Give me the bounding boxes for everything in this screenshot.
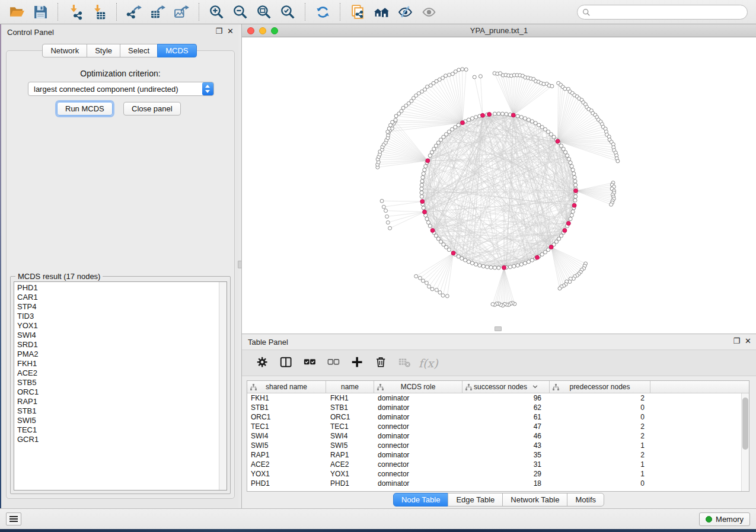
network-window-title: YPA_prune.txt_1	[242, 26, 756, 35]
save-button[interactable]	[30, 2, 51, 22]
deselect-all-button[interactable]	[324, 353, 344, 373]
export-table-button[interactable]	[147, 2, 168, 22]
mcds-result-item[interactable]: STB1	[14, 406, 219, 416]
mcds-result-item[interactable]: SWI5	[14, 416, 219, 425]
tab-style[interactable]: Style	[87, 44, 120, 57]
optimization-criterion-label: Optimization criterion:	[7, 69, 234, 78]
table-scrollbar[interactable]	[741, 393, 749, 491]
horizontal-splitter-grip[interactable]	[495, 326, 502, 331]
mcds-result-item[interactable]: STP4	[14, 302, 219, 312]
function-builder-button[interactable]: f(x)	[419, 357, 438, 370]
mcds-result-item[interactable]: PMA2	[14, 350, 219, 359]
mcds-result-item[interactable]: RAP1	[14, 397, 219, 406]
new-network-from-selection-button[interactable]	[347, 2, 368, 22]
mcds-result-item[interactable]: PHD1	[14, 283, 219, 293]
refresh-button[interactable]	[312, 2, 333, 22]
zoom-out-button[interactable]	[229, 2, 251, 22]
column-header-successor-nodes[interactable]: successor nodes	[462, 381, 550, 393]
tab-edge-table[interactable]: Edge Table	[448, 493, 503, 507]
cell: 2	[550, 422, 650, 431]
table-row-PHD1[interactable]: PHD1PHD1dominator180	[247, 479, 749, 488]
cell: 29	[462, 469, 550, 479]
tab-network-table[interactable]: Network Table	[502, 493, 567, 507]
optimization-criterion-select[interactable]: largest connected component (undirected)	[28, 82, 214, 96]
mcds-result-item[interactable]: YOX1	[14, 321, 219, 331]
task-history-button[interactable]	[6, 512, 21, 525]
mcds-result-item[interactable]: ACE2	[14, 368, 219, 378]
export-network-button[interactable]	[123, 2, 145, 22]
mcds-result-list[interactable]: PHD1CAR1STP4TID3YOX1SWI4SRD1PMA2FKH1ACE2…	[14, 281, 227, 491]
import-network-button[interactable]	[65, 2, 86, 22]
mcds-result-item[interactable]: SWI4	[14, 331, 219, 340]
mcds-result-item[interactable]: GCR1	[14, 435, 219, 444]
delete-column-icon	[375, 356, 388, 370]
network-canvas[interactable]	[242, 37, 756, 334]
column-header-shared-name[interactable]: shared name	[247, 381, 326, 393]
table-row-SWI5[interactable]: SWI5SWI5connector431	[247, 441, 749, 450]
export-image-button[interactable]	[171, 2, 192, 22]
search-box[interactable]	[577, 5, 748, 20]
table-row-STB1[interactable]: STB1STB1dominator620	[247, 403, 749, 412]
columns-button[interactable]	[276, 353, 296, 373]
table-row-SWI4[interactable]: SWI4SWI4dominator462	[247, 431, 749, 441]
mcds-result-item[interactable]: SRD1	[14, 340, 219, 350]
table-row-RAP1[interactable]: RAP1RAP1dominator352	[247, 450, 749, 460]
close-table-panel-icon[interactable]: ✕	[745, 336, 751, 346]
search-icon	[582, 8, 591, 17]
column-header-MCDS-role[interactable]: MCDS role	[374, 381, 462, 393]
mcds-result-item[interactable]: TEC1	[14, 425, 219, 435]
zoom-fit-button[interactable]	[253, 2, 275, 22]
columns-icon	[280, 356, 294, 370]
table-scrollbar-thumb[interactable]	[742, 398, 748, 450]
column-header-name[interactable]: name	[326, 381, 374, 393]
mcds-list-scrollbar[interactable]	[219, 282, 227, 490]
network-window-titlebar[interactable]: YPA_prune.txt_1	[242, 24, 756, 37]
hide-selected-button[interactable]	[394, 2, 416, 22]
zoom-selected-button[interactable]	[277, 2, 298, 22]
tab-network[interactable]: Network	[42, 44, 87, 57]
tab-node-table[interactable]: Node Table	[393, 493, 449, 507]
settings-icon	[256, 356, 270, 370]
first-neighbors-button[interactable]	[371, 2, 392, 22]
zoom-selected-icon	[280, 4, 296, 20]
search-input[interactable]	[591, 7, 747, 18]
export-image-icon	[174, 4, 190, 20]
delete-table-button[interactable]	[395, 353, 415, 373]
table-row-ACE2[interactable]: ACE2ACE2connector311	[247, 460, 749, 469]
settings-button[interactable]	[253, 353, 273, 373]
import-network-icon	[68, 4, 84, 20]
column-header-predecessor-nodes[interactable]: predecessor nodes	[550, 381, 650, 393]
tab-mcds[interactable]: MCDS	[157, 44, 196, 57]
float-panel-icon[interactable]: ❐	[215, 27, 222, 36]
select-all-button[interactable]	[300, 353, 320, 373]
mcds-result-item[interactable]: STB5	[14, 378, 219, 387]
mcds-result-item[interactable]: ORC1	[14, 387, 219, 397]
open-button[interactable]	[6, 2, 27, 22]
table-row-YOX1[interactable]: YOX1YOX1connector291	[247, 469, 749, 479]
mcds-result-item[interactable]: TID3	[14, 312, 219, 321]
mcds-result-item[interactable]: CAR1	[14, 293, 219, 302]
cell: dominator	[374, 412, 462, 422]
table-row-FKH1[interactable]: FKH1FKH1dominator962	[247, 393, 749, 403]
show-all-button[interactable]	[418, 2, 439, 22]
close-panel-button[interactable]: Close panel	[123, 102, 181, 116]
mcds-result-item[interactable]: FKH1	[14, 359, 219, 368]
zoom-in-button[interactable]	[206, 2, 227, 22]
tab-motifs[interactable]: Motifs	[567, 493, 604, 507]
table-panel-titlebar: Table Panel ❐ ✕	[242, 334, 756, 350]
delete-column-button[interactable]	[371, 353, 391, 373]
table-row-TEC1[interactable]: TEC1TEC1connector472	[247, 422, 749, 431]
float-table-panel-icon[interactable]: ❐	[733, 336, 740, 346]
run-mcds-button[interactable]: Run MCDS	[57, 102, 113, 116]
tab-select[interactable]: Select	[120, 44, 158, 57]
memory-label: Memory	[716, 515, 744, 524]
cell: connector	[374, 469, 462, 479]
close-panel-icon[interactable]: ✕	[227, 27, 234, 36]
cell: dominator	[374, 403, 462, 412]
table-row-ORC1[interactable]: ORC1ORC1dominator610	[247, 412, 749, 422]
new-network-from-selection-icon	[350, 4, 366, 20]
memory-button[interactable]: Memory	[699, 512, 750, 526]
node-table-body: FKH1FKH1dominator962STB1STB1dominator620…	[247, 393, 749, 491]
import-table-button[interactable]	[88, 2, 110, 22]
add-column-button[interactable]	[347, 353, 368, 373]
